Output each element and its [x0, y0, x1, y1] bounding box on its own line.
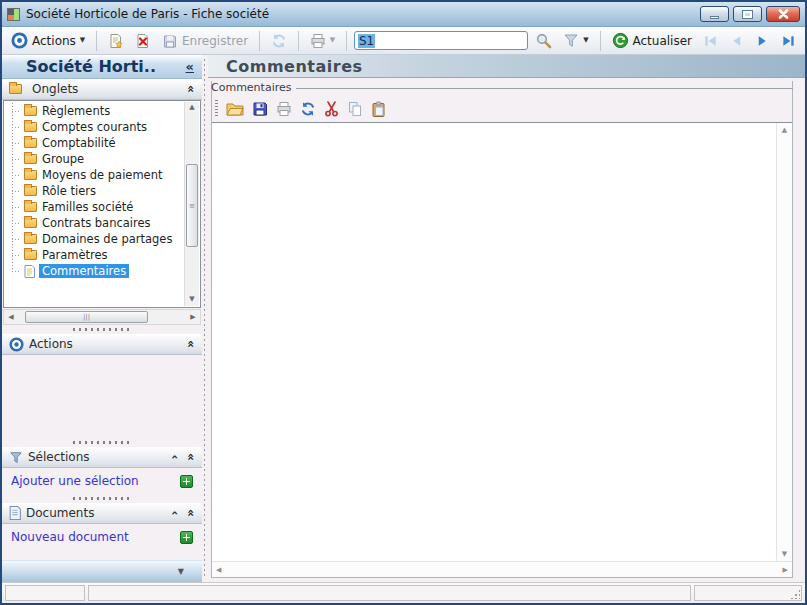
- tree-item-role-tiers[interactable]: Rôle tiers: [8, 183, 183, 199]
- tree-horizontal-scrollbar[interactable]: ◀ ||| ▶: [3, 309, 201, 325]
- nav-next-button[interactable]: [751, 32, 774, 50]
- copy-button[interactable]: [347, 101, 363, 117]
- search-magnifier-icon: [535, 32, 552, 49]
- tree-item-contrats-bancaires[interactable]: Contrats bancaires: [8, 215, 183, 231]
- scroll-right-icon[interactable]: ▶: [783, 566, 788, 574]
- collapse-section-icon[interactable]: «: [184, 340, 198, 348]
- editor-horizontal-scrollbar[interactable]: ◀ ▶: [212, 561, 792, 577]
- folder-icon: [24, 154, 37, 164]
- collapse-section-icon[interactable]: «: [184, 509, 198, 517]
- section-header-onglets[interactable]: Onglets «: [2, 79, 202, 100]
- main-panel: Commentaires Commentaires: [208, 55, 805, 582]
- section-header-actions[interactable]: Actions «: [2, 334, 202, 355]
- nav-previous-button[interactable]: [725, 32, 748, 50]
- folder-icon: [24, 186, 37, 196]
- splitter-handle[interactable]: [2, 325, 202, 334]
- tree-item-familles-societe[interactable]: Familles société: [8, 199, 183, 215]
- window-controls: [700, 6, 800, 22]
- save-button[interactable]: [252, 101, 268, 117]
- new-document-plus-icon[interactable]: [180, 531, 193, 544]
- paste-button[interactable]: [371, 101, 386, 117]
- tree-item-label: Comptes courants: [42, 120, 147, 134]
- tree-item-label: Commentaires: [39, 264, 129, 278]
- scroll-left-icon[interactable]: ◀: [216, 566, 221, 574]
- refresh-button[interactable]: [267, 31, 291, 51]
- app-window: Société Horticole de Paris - Fiche socié…: [0, 0, 807, 605]
- minimize-button[interactable]: [700, 6, 729, 22]
- scrollbar-thumb[interactable]: |||: [25, 311, 149, 323]
- cut-button[interactable]: [324, 101, 339, 117]
- tree-item-label: Rôle tiers: [42, 184, 96, 198]
- refresh-button[interactable]: [300, 101, 316, 117]
- save-label: Enregistrer: [182, 34, 248, 48]
- toolbar-separator: [298, 31, 299, 51]
- actions-menu-button[interactable]: Actions ▼: [7, 30, 89, 51]
- scroll-left-icon[interactable]: ◀: [6, 313, 16, 321]
- sidebar-overflow-bar[interactable]: ▼: [2, 560, 202, 582]
- scroll-down-icon[interactable]: ▼: [782, 550, 787, 558]
- tree-item-comptabilite[interactable]: Comptabilité: [8, 135, 183, 151]
- toolbar-separator: [600, 31, 601, 51]
- scroll-down-icon[interactable]: ▼: [189, 294, 194, 306]
- tree-vertical-scrollbar[interactable]: ▲ ≡ ▼: [184, 102, 199, 306]
- close-button[interactable]: [766, 6, 800, 22]
- section-header-documents[interactable]: Documents ‹ «: [2, 503, 202, 524]
- status-cell-right: [694, 585, 802, 601]
- section-header-selections[interactable]: Sélections ‹ «: [2, 447, 202, 468]
- filter-button[interactable]: ▼: [559, 31, 592, 50]
- delete-record-button[interactable]: [131, 31, 155, 51]
- toolbar-separator: [96, 31, 97, 51]
- commentaires-groupbox: Commentaires: [211, 81, 793, 578]
- documents-section-label: Documents: [26, 506, 94, 520]
- tree-item-groupe[interactable]: Groupe: [8, 151, 183, 167]
- add-selection-link[interactable]: Ajouter une sélection: [11, 474, 139, 488]
- delete-icon: [135, 33, 151, 49]
- actualiser-button[interactable]: Actualiser: [608, 30, 697, 51]
- scroll-up-icon[interactable]: ▲: [782, 126, 787, 134]
- tree-item-domaines-de-partages[interactable]: Domaines de partages: [8, 231, 183, 247]
- nav-first-button[interactable]: [699, 32, 722, 50]
- print-button[interactable]: [276, 101, 292, 117]
- toolbar-separator: [346, 31, 347, 51]
- tree-item-moyens-de-paiement[interactable]: Moyens de paiement: [8, 167, 183, 183]
- collapse-section-icon[interactable]: «: [184, 85, 198, 93]
- maximize-button[interactable]: [733, 6, 762, 22]
- status-bar: [2, 582, 805, 603]
- add-selection-plus-icon[interactable]: [180, 475, 193, 488]
- collapse-section-icon[interactable]: «: [184, 453, 198, 461]
- new-record-button[interactable]: [104, 31, 128, 51]
- scrollbar-thumb[interactable]: ≡: [186, 164, 198, 247]
- maximize-icon: [743, 11, 752, 18]
- collapse-up-icon[interactable]: ‹: [169, 455, 183, 460]
- print-button[interactable]: ▼: [306, 31, 339, 51]
- resize-grip[interactable]: [790, 589, 800, 599]
- nav-last-button[interactable]: [777, 32, 800, 50]
- tree-item-label: Familles société: [42, 200, 133, 214]
- tree-item-parametres[interactable]: Paramètres: [8, 247, 183, 263]
- open-button[interactable]: [226, 101, 244, 116]
- splitter-handle[interactable]: [2, 438, 202, 447]
- scroll-up-icon[interactable]: ▲: [189, 102, 194, 114]
- content-area: Société Horti.. « Onglets « Règlements C…: [2, 55, 805, 582]
- search-input[interactable]: S1: [354, 31, 528, 50]
- onglets-tree: Règlements Comptes courants Comptabilité…: [3, 100, 201, 308]
- collapse-sidebar-icon[interactable]: «: [186, 59, 194, 74]
- save-button[interactable]: Enregistrer: [158, 31, 252, 51]
- tree-item-reglements[interactable]: Règlements: [8, 103, 183, 119]
- folder-icon: [24, 122, 37, 132]
- scroll-right-icon[interactable]: ▶: [188, 313, 198, 321]
- tree-item-comptes-courants[interactable]: Comptes courants: [8, 119, 183, 135]
- search-button[interactable]: [531, 30, 556, 51]
- collapse-up-icon[interactable]: ‹: [169, 511, 183, 516]
- splitter-handle[interactable]: [2, 494, 202, 503]
- sidebar-splitter[interactable]: [202, 55, 208, 582]
- comments-editor[interactable]: [212, 123, 776, 561]
- caret-down-icon[interactable]: ▼: [178, 567, 184, 576]
- close-icon: [778, 9, 789, 19]
- tree-item-commentaires-selected[interactable]: Commentaires: [8, 263, 183, 279]
- refresh-icon: [271, 33, 287, 49]
- new-document-link[interactable]: Nouveau document: [11, 530, 129, 544]
- toolbar-grip-handle[interactable]: [215, 100, 218, 118]
- search-value-selected: S1: [358, 34, 375, 48]
- editor-vertical-scrollbar[interactable]: ▲ ▼: [776, 123, 792, 561]
